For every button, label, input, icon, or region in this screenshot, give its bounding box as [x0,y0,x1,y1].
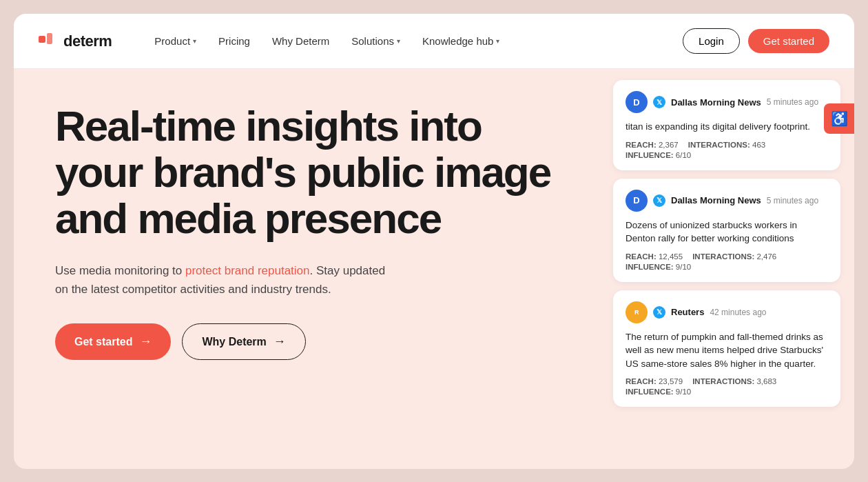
arrow-right-icon: → [139,334,152,349]
card-influence: INFLUENCE: 9/10 [626,388,828,396]
card-body: The return of pumpkin and fall-themed dr… [626,330,828,371]
avatar: D [626,190,648,212]
hero-buttons: Get started → Why Determ → [55,323,572,360]
main-container: determ Product ▾ Pricing Why Determ Solu… [14,14,854,469]
main-content: Real-time insights into your brand's pub… [14,69,854,469]
card-stats: REACH: 23,579 INTERACTIONS: 3,683 [626,377,828,385]
logo-icon [39,33,58,50]
logo-text: determ [63,32,112,50]
nav-links: Product ▾ Pricing Why Determ Solutions ▾… [145,30,683,52]
card-source: Dallas Morning News [671,195,761,205]
twitter-icon [653,306,665,319]
chevron-down-icon: ▾ [496,37,499,45]
card-influence: INFLUENCE: 6/10 [626,151,828,159]
news-cards-panel: D Dallas Morning News 5 minutes ago tita… [599,69,854,469]
card-meta: R Reuters 42 minutes ago [626,301,828,323]
card-stats: REACH: 2,367 INTERACTIONS: 463 [626,141,828,149]
chevron-down-icon: ▾ [193,37,196,45]
nav-item-why-determ[interactable]: Why Determ [262,30,339,52]
card-meta: D Dallas Morning News 5 minutes ago [626,91,828,113]
accessibility-icon: ♿ [831,110,848,127]
nav-item-pricing[interactable]: Pricing [209,30,260,52]
hero-get-started-button[interactable]: Get started → [55,323,171,360]
hero-title: Real-time insights into your brand's pub… [55,103,572,242]
news-card: D Dallas Morning News 5 minutes ago tita… [613,80,840,170]
svg-rect-0 [39,36,45,43]
avatar: D [626,91,648,113]
arrow-right-icon: → [273,334,286,349]
nav-item-solutions[interactable]: Solutions ▾ [342,30,410,52]
card-meta: D Dallas Morning News 5 minutes ago [626,190,828,212]
hero-subtitle: Use media monitoring to protect brand re… [55,261,400,299]
hero-why-determ-button[interactable]: Why Determ → [182,323,305,360]
card-time: 42 minutes ago [710,308,766,317]
card-body: Dozens of unionized starbucks workers in… [626,219,828,245]
twitter-icon [653,96,665,108]
card-time: 5 minutes ago [767,196,818,205]
card-source: Reuters [671,307,704,317]
chevron-down-icon: ▾ [397,37,400,45]
card-stats: REACH: 12,455 INTERACTIONS: 2,476 [626,252,828,261]
news-card: D Dallas Morning News 5 minutes ago Doze… [613,179,840,282]
svg-rect-1 [47,33,52,44]
navbar: determ Product ▾ Pricing Why Determ Solu… [14,14,854,69]
hero-highlight: protect brand reputation [185,264,310,277]
card-body: titan is expanding its digital delivery … [626,120,828,134]
twitter-icon [653,194,665,207]
get-started-nav-button[interactable]: Get started [748,29,829,53]
hero-section: Real-time insights into your brand's pub… [14,69,599,469]
nav-actions: Login Get started [683,28,829,54]
nav-item-knowledge-hub[interactable]: Knowledge hub ▾ [413,30,509,52]
logo[interactable]: determ [39,32,112,50]
card-time: 5 minutes ago [767,97,818,107]
card-source: Dallas Morning News [671,97,761,108]
avatar: R [626,301,648,323]
accessibility-button[interactable]: ♿ [824,103,854,134]
login-button[interactable]: Login [683,28,740,54]
nav-item-product[interactable]: Product ▾ [145,30,206,52]
news-card: R Reuters 42 minutes ago The return of p… [613,290,840,408]
card-influence: INFLUENCE: 9/10 [626,263,828,271]
